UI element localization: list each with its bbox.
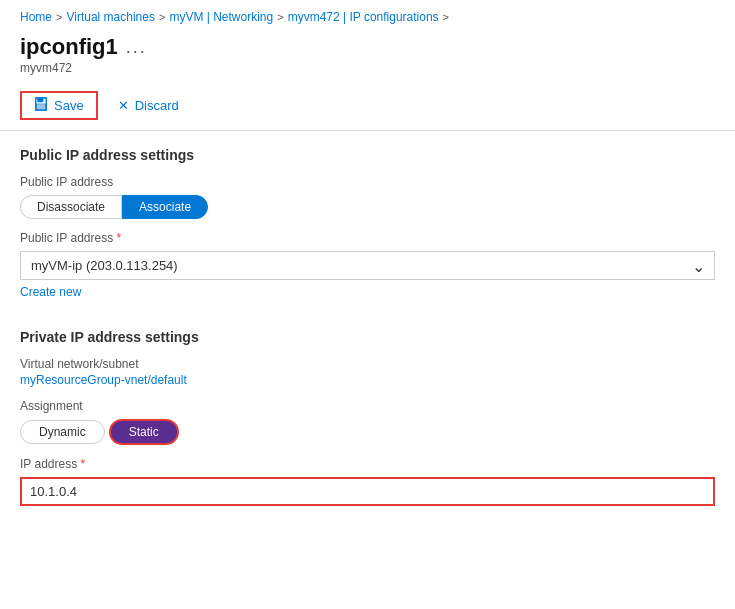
discard-icon: ✕: [118, 98, 129, 113]
subnet-label: Virtual network/subnet: [20, 357, 715, 371]
breadcrumb-sep-3: >: [277, 11, 283, 23]
private-ip-section-title: Private IP address settings: [20, 329, 715, 345]
public-ip-section: Public IP address settings Public IP add…: [20, 147, 715, 315]
discard-label: Discard: [135, 98, 179, 113]
private-ip-section: Private IP address settings Virtual netw…: [20, 329, 715, 506]
page-subtitle: myvm472: [20, 61, 715, 75]
toolbar: Save ✕ Discard: [0, 81, 735, 131]
save-button[interactable]: Save: [20, 91, 98, 120]
assignment-label: Assignment: [20, 399, 715, 413]
breadcrumb-networking[interactable]: myVM | Networking: [169, 10, 273, 24]
dynamic-button[interactable]: Dynamic: [20, 420, 105, 444]
breadcrumb-sep-1: >: [56, 11, 62, 23]
svg-rect-4: [38, 105, 45, 109]
save-icon: [34, 97, 48, 114]
public-ip-select-wrapper: myVM-ip (203.0.113.254): [20, 251, 715, 280]
public-ip-select[interactable]: myVM-ip (203.0.113.254): [20, 251, 715, 280]
breadcrumb-home[interactable]: Home: [20, 10, 52, 24]
static-button[interactable]: Static: [109, 419, 179, 445]
public-ip-toggle-group: Disassociate Associate: [20, 195, 715, 219]
discard-button[interactable]: ✕ Discard: [106, 94, 191, 117]
ip-address-label: IP address: [20, 457, 715, 471]
public-ip-dropdown-label: Public IP address: [20, 231, 715, 245]
assignment-toggle-group: Dynamic Static: [20, 419, 715, 445]
breadcrumb-sep-4: >: [443, 11, 449, 23]
page-title-container: ipconfig1 ...: [20, 34, 715, 60]
save-label: Save: [54, 98, 84, 113]
create-new-link[interactable]: Create new: [20, 285, 81, 299]
ip-address-input[interactable]: [20, 477, 715, 506]
breadcrumb-sep-2: >: [159, 11, 165, 23]
content-area: Public IP address settings Public IP add…: [0, 131, 735, 536]
subnet-link[interactable]: myResourceGroup-vnet/default: [20, 373, 715, 387]
breadcrumb-ipconfigs[interactable]: myvm472 | IP configurations: [288, 10, 439, 24]
breadcrumb-vms[interactable]: Virtual machines: [66, 10, 155, 24]
associate-button[interactable]: Associate: [122, 195, 208, 219]
page-title: ipconfig1: [20, 34, 118, 60]
public-ip-label: Public IP address: [20, 175, 715, 189]
disassociate-button[interactable]: Disassociate: [20, 195, 122, 219]
breadcrumb: Home > Virtual machines > myVM | Network…: [0, 0, 735, 30]
public-ip-section-title: Public IP address settings: [20, 147, 715, 163]
page-title-ellipsis[interactable]: ...: [126, 37, 147, 58]
page-header: ipconfig1 ... myvm472: [0, 30, 735, 77]
